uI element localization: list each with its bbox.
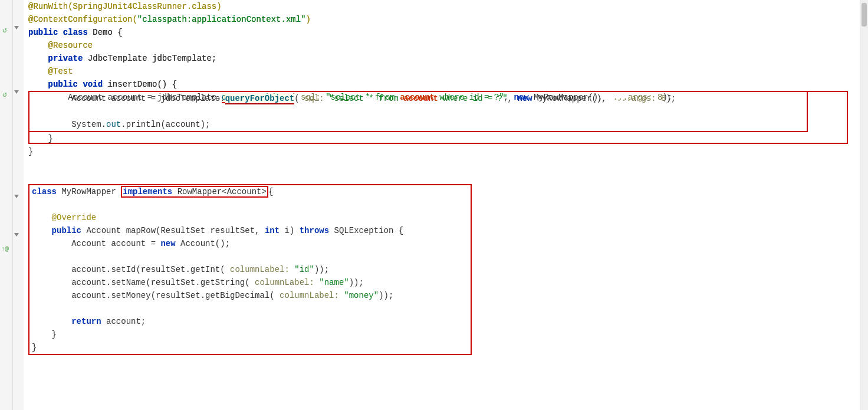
- fold-icon-4[interactable]: [14, 233, 19, 237]
- l5-content: private JdbcTemplate jdbcTemplate;: [28, 52, 216, 65]
- code-line-9: [32, 105, 804, 118]
- code-line-11: }: [28, 132, 855, 145]
- l17-content: @Override: [32, 211, 96, 224]
- code-line-18: public Account mapRow(ResultSet resultSe…: [32, 224, 468, 237]
- queryForObject-span: queryForObject: [225, 94, 295, 104]
- up-arrow-icon: ↑@: [1, 245, 9, 252]
- code-line-3: public class Demo {: [28, 26, 855, 39]
- l18-content: public Account mapRow(ResultSet resultSe…: [32, 224, 403, 237]
- code-line-26: }: [32, 328, 468, 341]
- scrollbar-vertical[interactable]: [860, 0, 868, 410]
- code-line-6: @Test: [28, 65, 855, 78]
- code-line-15: class MyRowMapper implements RowMapper<A…: [32, 185, 468, 198]
- bottom-red-border: class MyRowMapper implements RowMapper<A…: [28, 184, 472, 355]
- code-line-23: account.setMoney(resultSet.getBigDecimal…: [32, 289, 468, 302]
- bottom-red-box-container: class MyRowMapper implements RowMapper<A…: [28, 184, 855, 355]
- l10-content: System.out.println(account);: [32, 118, 210, 131]
- code-line-14: [28, 171, 855, 184]
- l3-content: public class Demo {: [28, 26, 123, 39]
- implements-box: implements RowMapper<Account>: [121, 186, 268, 198]
- l6-content: @Test: [28, 65, 73, 78]
- l1-content: @RunWith(SpringJUnit4ClassRunner.class): [28, 0, 222, 13]
- l22-content: account.setName(resultSet.getString( col…: [32, 276, 364, 289]
- scrollbar-thumb[interactable]: [862, 3, 867, 27]
- code-line-25: return account;: [32, 315, 468, 328]
- l4-content: @Resource: [28, 39, 93, 52]
- code-line-21: account.setId(resultSet.getInt( columnLa…: [32, 263, 468, 276]
- fold-area: [13, 0, 24, 410]
- left-gutter: ↺ ↺ ↑@: [0, 0, 13, 410]
- code-line-20: [32, 250, 468, 263]
- l7-content: public void insertDemo() {: [28, 78, 177, 91]
- full-code-block: @RunWith(SpringJUnit4ClassRunner.class) …: [24, 0, 860, 410]
- code-line-12: }: [28, 145, 855, 158]
- code-line-4: @Resource: [28, 39, 855, 52]
- refresh-icon[interactable]: ↺: [2, 90, 7, 99]
- l25-content: return account;: [32, 315, 146, 328]
- run-icon[interactable]: ↺: [2, 25, 7, 35]
- code-line-13: [28, 158, 855, 171]
- l2-content: @ContextConfiguration("classpath:applica…: [28, 13, 311, 26]
- code-line-27: }: [32, 341, 468, 354]
- top-red-border: Account account = jdbcTemplate.queryForO…: [28, 91, 808, 132]
- l11-content: }: [28, 132, 53, 145]
- code-line-8: Account account = jdbcTemplate.queryForO…: [32, 92, 804, 105]
- code-line-19: Account account = new Account();: [32, 237, 468, 250]
- fold-icon-1[interactable]: [14, 26, 19, 29]
- code-line-7: public void insertDemo() {: [28, 78, 855, 91]
- l21-content: account.setId(resultSet.getInt( columnLa…: [32, 263, 329, 276]
- l23-content: account.setMoney(resultSet.getBigDecimal…: [32, 289, 393, 302]
- top-red-box-container: Account account = jdbcTemplate.queryForO…: [28, 91, 855, 132]
- l26-content: }: [32, 328, 57, 341]
- code-line-17: @Override: [32, 211, 468, 224]
- l12-content: }: [28, 145, 33, 158]
- editor-container: ↺ ↺ ↑@ @RunWith(SpringJUnit4ClassRunner.…: [0, 0, 868, 410]
- l8-content: Account account = jdbcTemplate.queryForO…: [32, 92, 676, 105]
- code-line-1: @RunWith(SpringJUnit4ClassRunner.class): [28, 0, 855, 13]
- code-line-5: private JdbcTemplate jdbcTemplate;: [28, 52, 855, 65]
- code-line-2: @ContextConfiguration("classpath:applica…: [28, 13, 855, 26]
- code-line-24: [32, 302, 468, 315]
- l15-content: class MyRowMapper implements RowMapper<A…: [32, 185, 273, 198]
- code-line-16: [32, 198, 468, 211]
- l27-content: }: [32, 341, 37, 354]
- code-line-10: System.out.println(account);: [32, 118, 804, 131]
- l19-content: Account account = new Account();: [32, 237, 230, 250]
- fold-icon-3[interactable]: [14, 195, 19, 198]
- fold-icon-2[interactable]: [14, 90, 19, 94]
- code-line-22: account.setName(resultSet.getString( col…: [32, 276, 468, 289]
